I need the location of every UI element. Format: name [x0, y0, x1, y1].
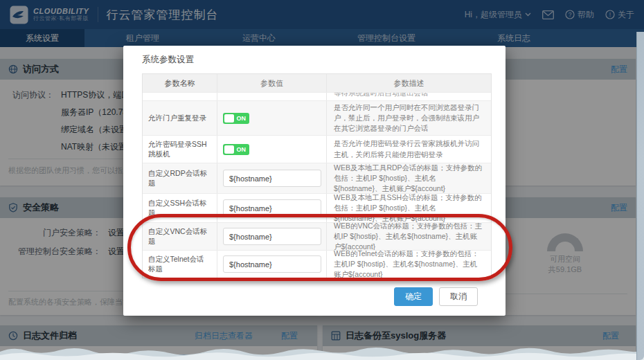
- dialog-title: 系统参数设置: [142, 54, 492, 65]
- param-description: WEB的Telnet会话的标题；支持参数的包括：主机IP ${hostip}、主…: [326, 251, 491, 278]
- table-header-row: 参数名称 参数值 参数描述: [143, 74, 491, 92]
- param-name: 自定义VNC会话标题: [143, 223, 217, 250]
- param-description: 是否允许使用密码登录行云管家跳板机并访问主机，关闭后将只能使用密钥登录: [326, 136, 491, 163]
- param-description: WEB的VNC会话的标题；支持参数的包括：主机IP ${hostip}、主机名$…: [326, 223, 491, 250]
- param-name: 自定义SSH会话标题: [143, 194, 217, 222]
- param-name: 允许门户重复登录: [143, 101, 217, 135]
- table-row: 允许密码登录SSH跳板机 ON 是否允许使用密码登录行云管家跳板机并访问主机，关…: [143, 135, 491, 163]
- toggle-on-label: ON: [237, 115, 247, 122]
- telnet-session-title-input[interactable]: [223, 255, 321, 273]
- param-description: 是否允许同一个用户同时在不同浏览器登录门户，禁止后，用户登录时，会强制结束该用户…: [326, 101, 491, 135]
- param-name: 自定义RDP会话标题: [143, 163, 217, 193]
- ssh-password-login-toggle[interactable]: ON: [223, 144, 249, 155]
- table-row: 自定义Telnet会话标题 WEB的Telnet会话的标题；支持参数的包括：主机…: [143, 250, 491, 278]
- screen: CLOUDBILITY 行云管家·私有部署版 行云管家管理控制台 Hi，超级管理…: [0, 0, 644, 360]
- system-parameters-dialog: 系统参数设置 参数名称 参数值 参数描述 等待系统超时后自动退出会话 允许门户重…: [123, 46, 506, 316]
- ssh-session-title-input[interactable]: [223, 199, 321, 217]
- param-description: WEB及本地工具RDP会话的标题；支持参数的包括：主机IP ${hostip}、…: [326, 163, 491, 193]
- table-row: 自定义RDP会话标题 WEB及本地工具RDP会话的标题；支持参数的包括：主机IP…: [143, 163, 491, 193]
- col-param-value: 参数值: [217, 74, 326, 92]
- param-description: WEB及本地工具SSH会话的标题；支持参数的包括：主机IP ${hostip}、…: [326, 194, 491, 222]
- param-name: 允许密码登录SSH跳板机: [143, 136, 217, 163]
- portal-relogin-toggle[interactable]: ON: [223, 113, 249, 124]
- table-row: 自定义SSH会话标题 WEB及本地工具SSH会话的标题；支持参数的包括：主机IP…: [143, 193, 491, 222]
- toggle-knob: [224, 145, 234, 154]
- table-row: 允许门户重复登录 ON 是否允许同一个用户同时在不同浏览器登录门户，禁止后，用户…: [143, 100, 491, 135]
- parameters-table: 参数名称 参数值 参数描述 等待系统超时后自动退出会话 允许门户重复登录 ON …: [142, 73, 492, 278]
- toggle-knob: [224, 114, 234, 123]
- toggle-on-label: ON: [237, 146, 247, 153]
- param-name: 自定义Telnet会话标题: [143, 251, 217, 278]
- col-param-desc: 参数描述: [326, 74, 491, 92]
- ok-button[interactable]: 确定: [394, 287, 433, 306]
- col-param-name: 参数名称: [143, 74, 217, 92]
- window-right-edge: [636, 32, 644, 360]
- vnc-session-title-input[interactable]: [223, 228, 321, 245]
- rdp-session-title-input[interactable]: [223, 170, 321, 187]
- table-row: 自定义VNC会话标题 WEB的VNC会话的标题；支持参数的包括：主机IP ${h…: [143, 222, 491, 250]
- table-row-clipped: 等待系统超时后自动退出会话: [143, 92, 491, 100]
- torn-paper-edge: [0, 342, 644, 360]
- cancel-button[interactable]: 取消: [439, 287, 478, 306]
- clipped-description: 等待系统超时后自动退出会话: [334, 93, 429, 98]
